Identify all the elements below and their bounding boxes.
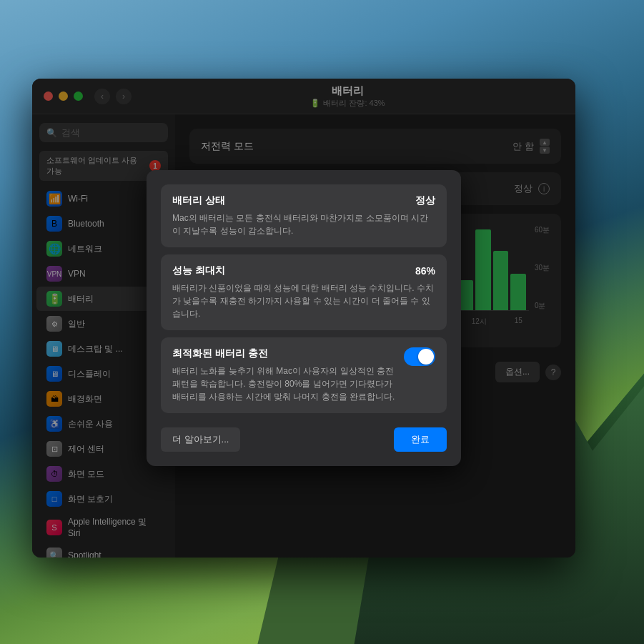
optimized-charging-toggle[interactable] (404, 347, 435, 366)
modal-charging-desc: 배터리 노화를 늦추기 위해 Mac이 사용자의 일상적인 충전 패턴을 학습합… (172, 365, 395, 403)
modal-footer: 더 알아보기... 완료 (161, 420, 447, 452)
modal-section-status: 배터리 상태 정상 Mac의 배터리는 모든 충전식 배터리와 마찬가지로 소모… (161, 184, 447, 247)
modal-section-perf-header: 성능 최대치 86% (172, 264, 435, 277)
modal-charging-content: 최적화된 배터리 충전 배터리 노화를 늦추기 위해 Mac이 사용자의 일상적… (172, 347, 435, 403)
modal-charging-text: 최적화된 배터리 충전 배터리 노화를 늦추기 위해 Mac이 사용자의 일상적… (172, 347, 395, 403)
modal-section-status-header: 배터리 상태 정상 (172, 194, 435, 207)
toggle-knob (418, 349, 434, 365)
battery-info-modal: 배터리 상태 정상 Mac의 배터리는 모든 충전식 배터리와 마찬가지로 소모… (147, 170, 461, 466)
modal-perf-title: 성능 최대치 (172, 264, 225, 277)
modal-section-charging: 최적화된 배터리 충전 배터리 노화를 늦추기 위해 Mac이 사용자의 일상적… (161, 337, 447, 413)
done-button[interactable]: 완료 (394, 427, 447, 452)
modal-status-title: 배터리 상태 (172, 194, 225, 207)
modal-charging-title: 최적화된 배터리 충전 (172, 347, 395, 360)
modal-overlay: 배터리 상태 정상 Mac의 배터리는 모든 충전식 배터리와 마찬가지로 소모… (32, 79, 575, 558)
modal-status-value: 정상 (415, 194, 435, 207)
modal-perf-desc: 배터리가 신품이었을 때의 성능에 대한 배터리 성능 수치입니다. 수치가 낮… (172, 282, 435, 320)
learn-more-button[interactable]: 더 알아보기... (161, 427, 240, 452)
modal-perf-value: 86% (415, 265, 435, 277)
modal-status-desc: Mac의 배터리는 모든 충전식 배터리와 마찬가지로 소모품이며 시간이 지날… (172, 212, 435, 237)
modal-section-performance: 성능 최대치 86% 배터리가 신품이었을 때의 성능에 대한 배터리 성능 수… (161, 254, 447, 330)
system-preferences-window: ‹ › 배터리 🔋 배터리 잔량: 43% 🔍 소프트웨어 업데이트 사용 가능… (32, 79, 575, 558)
